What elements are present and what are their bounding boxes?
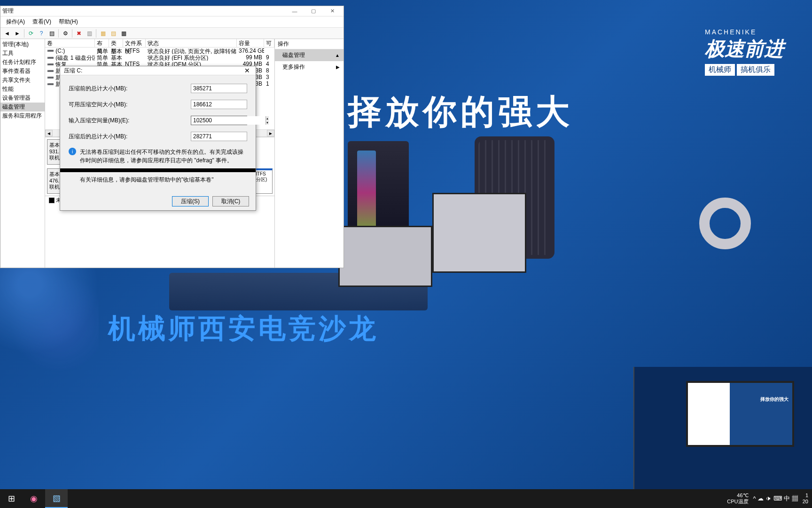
actions-more[interactable]: 更多操作▶ (275, 61, 344, 73)
dialog-close-button[interactable]: ✕ (241, 67, 254, 74)
grid-icon[interactable]: ▦ (119, 29, 128, 38)
start-button[interactable]: ⊞ (0, 489, 23, 508)
value-total-after: 282771 (191, 132, 247, 141)
forward-icon[interactable]: ► (13, 29, 22, 38)
spinner-down-icon[interactable]: ▼ (266, 120, 269, 125)
system-tray[interactable]: 46℃ CPU温度 ^ ☁ 🕩 ⌨ 中 ▦ 1 20 (727, 492, 812, 505)
table-row[interactable]: ➖ (C:)简单基本NTFS状态良好 (启动, 页面文件, 故障转储, 主分区)… (45, 48, 274, 54)
wallpaper-laptop-1 (338, 226, 432, 287)
cpu-temp-widget[interactable]: 46℃ CPU温度 (727, 492, 748, 505)
brand-cn: 极速前进 (705, 36, 784, 62)
wallpaper-ring (699, 198, 751, 249)
label-total-before: 压缩前的总计大小(MB): (69, 85, 191, 93)
scroll-right-icon[interactable]: ► (267, 130, 274, 136)
tree-item[interactable]: 性能 (0, 85, 45, 94)
tree-item[interactable]: 任务计划程序 (0, 58, 45, 67)
dialog-title: 压缩 C: (64, 67, 82, 75)
dialog-titlebar[interactable]: 压缩 C: ✕ (60, 66, 256, 75)
detail-icon[interactable]: ▤ (109, 29, 118, 38)
shrink-volume-dialog: 压缩 C: ✕ 压缩前的总计大小(MB): 385271 可用压缩空间大小(MB… (60, 66, 256, 211)
taskbar-disk-mgmt[interactable]: ▧ (45, 489, 68, 508)
wallpaper-event-text: 机械师西安电竞沙龙 (108, 310, 379, 347)
maximize-button[interactable]: ▢ (304, 7, 323, 16)
col-type[interactable]: 类型 (109, 39, 123, 47)
shrink-button[interactable]: 压缩(S) (172, 196, 209, 206)
minimize-button[interactable]: — (285, 7, 304, 16)
collapse-icon: ▲ (335, 53, 340, 58)
actions-disk-mgmt[interactable]: 磁盘管理▲ (275, 49, 344, 61)
scroll-left-icon[interactable]: ◄ (45, 130, 53, 136)
menu-help[interactable]: 帮助(H) (55, 17, 82, 27)
info-text-1: 无法将卷压缩到超出任何不可移动的文件所在的点。有关完成该操作时间的详细信息，请参… (80, 148, 247, 165)
label-shrink-amount: 输入压缩空间量(MB)(E): (69, 117, 191, 125)
volume-table-header[interactable]: 卷 布局 类型 文件系统 状态 容量 可 (45, 39, 274, 48)
col-status[interactable]: 状态 (146, 39, 237, 47)
menu-view[interactable]: 查看(V) (29, 17, 55, 27)
tree-item[interactable]: 服务和应用程序 (0, 111, 45, 120)
tree-item[interactable]: 共享文件夹 (0, 76, 45, 85)
tree-root[interactable]: 管理(本地) (0, 40, 45, 49)
close-button[interactable]: ✕ (323, 7, 342, 16)
col-fs[interactable]: 文件系统 (123, 39, 146, 47)
col-layout[interactable]: 布局 (95, 39, 109, 47)
webcam-overlay: 择放你的强大 (633, 367, 812, 489)
delete-icon[interactable]: ✖ (74, 29, 84, 38)
pip-laptop-screen: 择放你的强大 (686, 381, 794, 447)
value-total-before: 385271 (191, 84, 247, 93)
window-titlebar[interactable]: 管理 — ▢ ✕ (0, 6, 344, 16)
brand-logo: MACHENIKE 极速前进 机械师 搞机俱乐 (705, 28, 784, 76)
disk-icon[interactable]: ▥ (85, 29, 94, 38)
properties-icon[interactable]: ▤ (47, 29, 56, 38)
expand-icon: ▶ (336, 64, 340, 70)
table-row[interactable]: ➖ (磁盘 1 磁盘分区 2)简单基本状态良好 (EFI 系统分区)99 MB9 (45, 54, 274, 61)
spinner-up-icon[interactable]: ▲ (266, 116, 269, 120)
label-total-after: 压缩后的总计大小(MB): (69, 133, 191, 141)
wallpaper-laptop-2 (432, 193, 526, 273)
brand-sub1: 机械师 (705, 64, 735, 76)
tree-disk-mgmt[interactable]: 磁盘管理 (0, 103, 45, 111)
shrink-amount-input[interactable]: ▲ ▼ (191, 116, 247, 125)
info-icon: i (69, 148, 76, 155)
tray-icons[interactable]: ^ ☁ 🕩 ⌨ 中 ▦ (753, 494, 798, 503)
toolbar: ◄ ► ⟳ ? ▤ ⚙ ✖ ▥ ▦ ▤ ▦ (0, 28, 344, 39)
wallpaper-slogan: 择放你的强大 (348, 89, 573, 135)
menubar: 操作(A) 查看(V) 帮助(H) (0, 16, 344, 28)
legend-unallocated-icon (49, 198, 55, 203)
nav-tree[interactable]: 管理(本地) 工具 任务计划程序 事件查看器 共享文件夹 性能 设备管理器 磁盘… (0, 39, 45, 268)
divider (60, 168, 256, 172)
tree-item[interactable]: 工具 (0, 49, 45, 58)
brand-sub2: 搞机俱乐 (737, 64, 774, 76)
taskbar-app-1[interactable]: ◉ (23, 489, 45, 508)
value-available: 186612 (191, 100, 247, 109)
shrink-amount-field[interactable] (191, 116, 265, 125)
list-icon[interactable]: ▦ (98, 29, 108, 38)
col-free[interactable]: 可 (264, 39, 274, 47)
clock[interactable]: 1 20 (803, 492, 808, 505)
label-available: 可用压缩空间大小(MB): (69, 101, 191, 109)
cancel-button[interactable]: 取消(C) (212, 196, 249, 206)
col-capacity[interactable]: 容量 (237, 39, 264, 47)
back-icon[interactable]: ◄ (2, 29, 12, 38)
tree-item[interactable]: 事件查看器 (0, 67, 45, 76)
tree-item[interactable]: 设备管理器 (0, 94, 45, 103)
refresh-icon[interactable]: ⟳ (26, 29, 36, 38)
settings-icon[interactable]: ⚙ (61, 29, 70, 38)
actions-header: 操作 (275, 39, 344, 49)
actions-panel: 操作 磁盘管理▲ 更多操作▶ (275, 39, 344, 268)
brand-en: MACHENIKE (705, 28, 784, 36)
col-volume[interactable]: 卷 (45, 39, 95, 47)
window-title: 管理 (2, 7, 285, 15)
taskbar[interactable]: ⊞ ◉ ▧ 46℃ CPU温度 ^ ☁ 🕩 ⌨ 中 ▦ 1 20 (0, 489, 812, 508)
info-text-2: 有关详细信息，请参阅磁盘管理帮助中的"收缩基本卷" (80, 176, 247, 184)
help-icon[interactable]: ? (37, 29, 46, 38)
menu-action[interactable]: 操作(A) (2, 17, 29, 27)
